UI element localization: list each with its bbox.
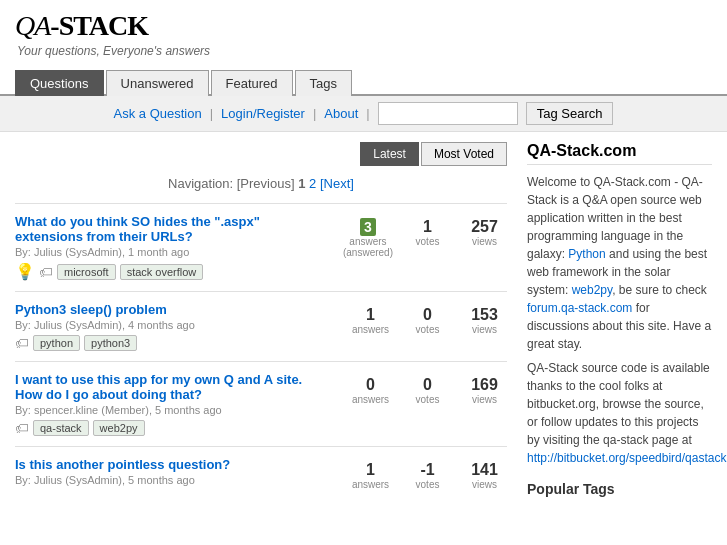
bulb-icon: 💡 — [15, 262, 35, 281]
logo-stack: -STACK — [50, 10, 148, 41]
tab-unanswered[interactable]: Unanswered — [106, 70, 209, 96]
question-title: I want to use this app for my own Q and … — [15, 372, 317, 402]
ask-question-link[interactable]: Ask a Question — [114, 106, 202, 121]
pagination-page1: 1 — [298, 176, 305, 191]
votes-count: 0 — [405, 306, 450, 324]
login-register-link[interactable]: Login/Register — [221, 106, 305, 121]
answers-label: answers — [348, 479, 393, 490]
votes-stat: 1 votes — [405, 218, 450, 247]
answers-count: 3 — [360, 218, 376, 236]
views-count: 141 — [462, 461, 507, 479]
forum-link[interactable]: forum.qa-stack.com — [527, 301, 632, 315]
question-meta: By: Julius (SysAdmin), 4 months ago — [15, 319, 317, 331]
site-logo: QA-STACK — [15, 10, 712, 42]
votes-count: 0 — [405, 376, 450, 394]
question-title: Python3 sleep() problem — [15, 302, 317, 317]
table-row: Python3 sleep() problem By: Julius (SysA… — [15, 291, 507, 361]
action-bar: Ask a Question | Login/Register | About … — [0, 96, 727, 132]
tab-tags[interactable]: Tags — [295, 70, 352, 96]
main-content: Latest Most Voted Navigation: [Previous]… — [0, 132, 727, 513]
pagination-next-link[interactable]: [Next] — [320, 176, 354, 191]
answers-count: 1 — [348, 306, 393, 324]
list-item[interactable]: microsoft — [57, 264, 116, 280]
table-row: What do you think SO hides the ".aspx" e… — [15, 203, 507, 291]
question-meta: By: Julius (SysAdmin), 5 months ago — [15, 474, 317, 486]
separator-2: | — [313, 106, 316, 121]
tag-icon: 🏷 — [15, 420, 29, 436]
votes-count: -1 — [405, 461, 450, 479]
question-link[interactable]: Python3 sleep() problem — [15, 302, 167, 317]
views-count: 257 — [462, 218, 507, 236]
list-item[interactable]: stack overflow — [120, 264, 204, 280]
question-tags: 🏷 python python3 — [15, 335, 317, 351]
views-label: views — [462, 324, 507, 335]
question-stats: 1 answers -1 votes 141 views — [327, 457, 507, 490]
votes-label: votes — [405, 236, 450, 247]
python-link[interactable]: Python — [568, 247, 605, 261]
question-time: 5 months ago — [155, 404, 222, 416]
question-body: Python3 sleep() problem By: Julius (SysA… — [15, 302, 317, 351]
separator-3: | — [366, 106, 369, 121]
sidebar: QA-Stack.com Welcome to QA-Stack.com - Q… — [527, 142, 712, 503]
answers-stat: 1 answers — [348, 461, 393, 490]
answers-count: 0 — [348, 376, 393, 394]
about-link[interactable]: About — [324, 106, 358, 121]
views-label: views — [462, 236, 507, 247]
views-stat: 257 views — [462, 218, 507, 247]
sidebar-description: Welcome to QA-Stack.com - QA-Stack is a … — [527, 173, 712, 353]
question-meta: By: spencer.kline (Member), 5 months ago — [15, 404, 317, 416]
sort-latest-button[interactable]: Latest — [360, 142, 419, 166]
votes-label: votes — [405, 394, 450, 405]
answers-stat: 1 answers — [348, 306, 393, 335]
header: QA-STACK Your questions, Everyone's answ… — [0, 0, 727, 63]
views-count: 153 — [462, 306, 507, 324]
question-author: Julius (SysAdmin) — [34, 246, 122, 258]
answers-count: 1 — [348, 461, 393, 479]
answers-stat: 0 answers — [348, 376, 393, 405]
site-tagline: Your questions, Everyone's answers — [15, 44, 712, 58]
bitbucket-link[interactable]: http://bitbucket.org/speedbird/qastack — [527, 451, 726, 465]
question-time: 4 months ago — [128, 319, 195, 331]
question-tags: 💡 🏷 microsoft stack overflow — [15, 262, 317, 281]
sidebar-title: QA-Stack.com — [527, 142, 712, 165]
questions-list: What do you think SO hides the ".aspx" e… — [15, 203, 507, 500]
tag-search-input[interactable] — [378, 102, 518, 125]
list-item[interactable]: python3 — [84, 335, 137, 351]
sort-bar: Latest Most Voted — [15, 142, 507, 166]
question-stats: 3 answers(answered) 1 votes 257 views — [327, 214, 507, 281]
list-item[interactable]: web2py — [93, 420, 145, 436]
question-link[interactable]: I want to use this app for my own Q and … — [15, 372, 302, 402]
votes-label: votes — [405, 324, 450, 335]
list-item[interactable]: qa-stack — [33, 420, 89, 436]
question-author: Julius (SysAdmin) — [34, 474, 122, 486]
views-stat: 141 views — [462, 461, 507, 490]
question-time: 5 months ago — [128, 474, 195, 486]
tag-search-button[interactable]: Tag Search — [526, 102, 614, 125]
votes-stat: 0 votes — [405, 376, 450, 405]
questions-content: Latest Most Voted Navigation: [Previous]… — [15, 142, 507, 503]
question-stats: 0 answers 0 votes 169 views — [327, 372, 507, 436]
question-author: spencer.kline (Member) — [34, 404, 149, 416]
logo-qa: QA — [15, 10, 50, 41]
tab-questions[interactable]: Questions — [15, 70, 104, 96]
list-item[interactable]: python — [33, 335, 80, 351]
question-body: What do you think SO hides the ".aspx" e… — [15, 214, 317, 281]
answers-label: answers(answered) — [343, 236, 393, 258]
question-body: Is this another pointless question? By: … — [15, 457, 317, 490]
question-title: What do you think SO hides the ".aspx" e… — [15, 214, 317, 244]
separator-1: | — [210, 106, 213, 121]
views-stat: 169 views — [462, 376, 507, 405]
sort-most-voted-button[interactable]: Most Voted — [421, 142, 507, 166]
votes-stat: 0 votes — [405, 306, 450, 335]
question-time: 1 month ago — [128, 246, 189, 258]
views-label: views — [462, 479, 507, 490]
answers-label: answers — [348, 324, 393, 335]
pagination-page2-link[interactable]: 2 — [309, 176, 316, 191]
question-link[interactable]: Is this another pointless question? — [15, 457, 230, 472]
tab-featured[interactable]: Featured — [211, 70, 293, 96]
question-link[interactable]: What do you think SO hides the ".aspx" e… — [15, 214, 260, 244]
web2py-link[interactable]: web2py — [572, 283, 612, 297]
tag-icon: 🏷 — [39, 264, 53, 280]
nav-tabs: Questions Unanswered Featured Tags — [0, 68, 727, 96]
views-stat: 153 views — [462, 306, 507, 335]
